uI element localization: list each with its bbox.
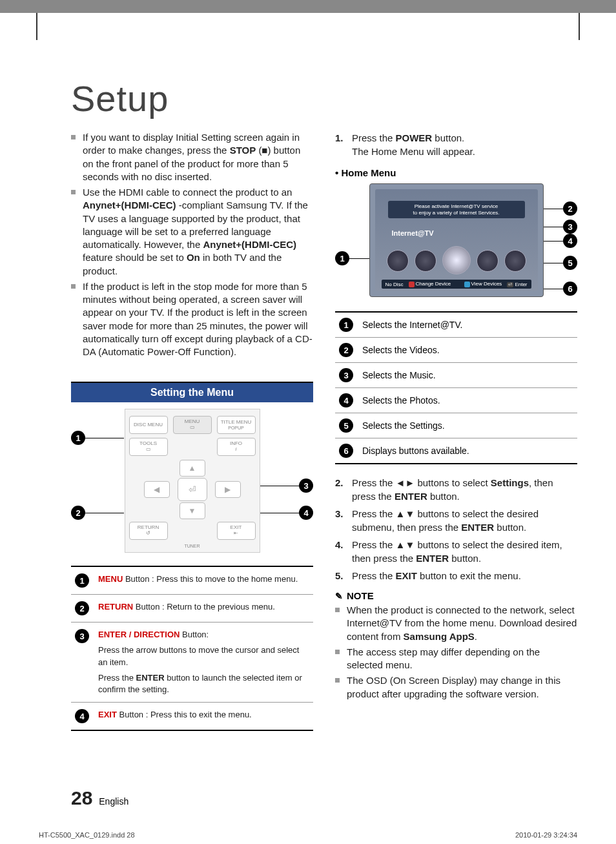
callout-4: 4: [563, 234, 577, 248]
meta-filename: HT-C5500_XAC_0129.indd 28: [39, 831, 135, 839]
page-language: English: [99, 796, 128, 807]
step-2: Press the ◄► buttons to select Settings,…: [335, 476, 577, 503]
tv-banner: Please activate Internet@TV service to e…: [388, 201, 525, 218]
tv-videos-icon: [415, 250, 436, 272]
step-4: Press the ▲▼ buttons to select the desir…: [335, 538, 577, 565]
home-menu-heading: Home Menu: [335, 167, 577, 178]
note-item: The access step may differ depending on …: [335, 646, 577, 672]
tv-button-bar: No Disc Change Device View Devices ⏎Ente…: [382, 280, 531, 289]
table-row: 6Displays buttons available.: [335, 438, 577, 463]
callout-5: 5: [563, 256, 577, 270]
remote-menu: MENU▭: [173, 416, 212, 434]
note-icon: ✎: [335, 591, 343, 601]
tv-diagram: Please activate Internet@TV service to e…: [369, 183, 544, 297]
step-3: Press the ▲▼ buttons to select the desir…: [335, 507, 577, 534]
callout-1: 1: [335, 251, 349, 265]
section-heading: Setting the Menu: [71, 382, 313, 402]
remote-disc-menu: DISC MENU: [129, 416, 168, 434]
note-item: When the product is connected to the net…: [335, 604, 577, 643]
tv-photos-icon: [477, 250, 498, 272]
note-heading: ✎ NOTE: [335, 590, 577, 601]
tv-internet-label: Internet@TV: [392, 229, 434, 237]
table-row: 2 RETURN Button : Return to the previous…: [71, 595, 313, 623]
tv-internet-icon: [387, 250, 409, 272]
note-item: The OSD (On Screen Display) may change i…: [335, 674, 577, 701]
meta-timestamp: 2010-01-29 3:24:34: [515, 831, 577, 839]
text: If the product is left in the stop mode …: [83, 281, 313, 357]
callout-2: 2: [71, 506, 85, 520]
text-bold: Anynet+(HDMI-CEC): [83, 200, 176, 211]
table-row: 3 ENTER / DIRECTION Button: Press the ar…: [71, 623, 313, 703]
dpad-enter-icon: ⏎: [178, 478, 207, 501]
dpad-right-icon: ▶: [215, 481, 241, 498]
remote-info: INFOi: [217, 438, 256, 456]
callout-2: 2: [563, 201, 577, 216]
callout-6: 6: [563, 282, 577, 296]
table-row: 4Selects the Photos.: [335, 388, 577, 413]
text: Use the HDMI cable to connect the produc…: [83, 187, 292, 198]
bullet-item: If you want to display Initial Setting s…: [71, 131, 313, 183]
remote-tools: TOOLS▭: [129, 438, 168, 456]
remote-return: RETURN↺: [129, 522, 168, 540]
text-bold: Anynet+(HDMI-CEC): [203, 239, 296, 250]
bullet-item: Use the HDMI cable to connect the produc…: [71, 186, 313, 278]
table-row: 1Selects the Internet@TV.: [335, 313, 577, 338]
crop-mark: [36, 13, 37, 40]
text-bold: On: [187, 252, 200, 263]
right-column: Press the POWER button. The Home Menu wi…: [335, 131, 577, 731]
text-bold: STOP: [230, 145, 256, 156]
dpad-left-icon: ◀: [144, 481, 170, 498]
bullet-item: If the product is left in the stop mode …: [71, 280, 313, 359]
remote-exit: EXIT⇤: [217, 522, 256, 540]
left-column: If you want to display Initial Setting s…: [71, 131, 313, 731]
text: Press the arrow buttons to move the curs…: [98, 644, 309, 668]
text: feature should be set to: [83, 252, 187, 263]
table-row: 3Selects the Music.: [335, 363, 577, 388]
manual-page: Setup If you want to display Initial Set…: [0, 13, 616, 844]
dpad-down-icon: ▼: [180, 502, 205, 519]
page-footer: 28 English: [71, 787, 128, 809]
print-metadata: HT-C5500_XAC_0129.indd 28 2010-01-29 3:2…: [39, 831, 577, 839]
callout-4: 4: [299, 506, 313, 520]
bar-nodisc: No Disc: [385, 282, 404, 287]
home-menu-table: 1Selects the Internet@TV. 2Selects the V…: [335, 311, 577, 464]
page-number: 28: [71, 787, 92, 808]
callout-3: 3: [563, 220, 577, 234]
remote-diagram: DISC MENU MENU▭ TITLE MENU POPUP TOOLS▭ …: [125, 409, 260, 553]
crop-mark: [579, 13, 580, 40]
remote-tuner-label: TUNER: [129, 544, 256, 548]
step-1: Press the POWER button. The Home Menu wi…: [335, 131, 577, 158]
tv-settings-icon: [504, 250, 526, 272]
remote-title-menu: TITLE MENU POPUP: [217, 416, 256, 434]
table-row: 2Selects the Videos.: [335, 338, 577, 363]
step-5: Press the EXIT button to exit the menu.: [335, 569, 577, 582]
table-row: 1 MENU Button : Press this to move to th…: [71, 567, 313, 595]
callout-1: 1: [71, 431, 85, 445]
page-title: Setup: [71, 77, 577, 119]
table-row: 4 EXIT Button : Press this to exit the m…: [71, 703, 313, 730]
callout-3: 3: [299, 479, 313, 493]
table-row: 5Selects the Settings.: [335, 413, 577, 438]
dpad-up-icon: ▲: [180, 460, 205, 477]
remote-table: 1 MENU Button : Press this to move to th…: [71, 566, 313, 731]
tv-music-icon: [442, 246, 471, 274]
